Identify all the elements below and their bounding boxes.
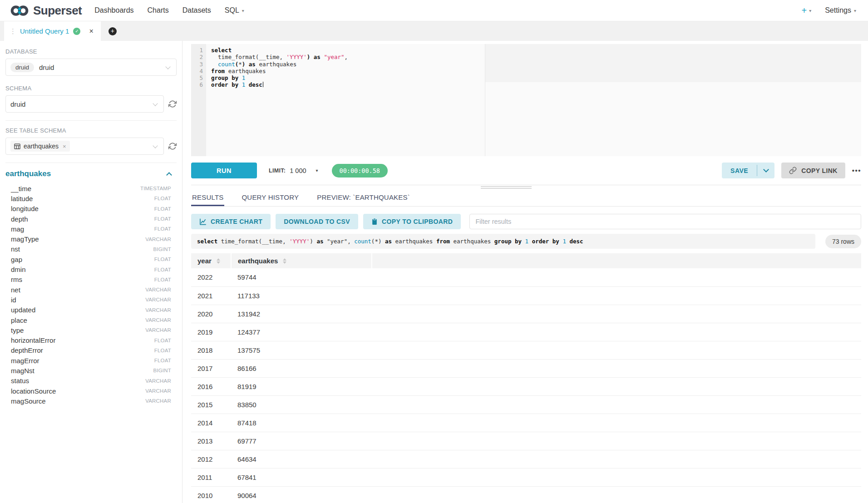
row-filler bbox=[372, 359, 861, 377]
settings-menu[interactable]: Settings ▾ bbox=[825, 6, 856, 15]
selected-table-tag: earthquakes × bbox=[10, 141, 70, 152]
table-row: 201487418 bbox=[191, 414, 861, 432]
results-body: 2022597442021117133202013194220191243772… bbox=[191, 268, 861, 503]
chevron-down-icon bbox=[763, 167, 769, 173]
column-type: FLOAT bbox=[154, 256, 171, 262]
remove-table-icon[interactable]: × bbox=[63, 143, 66, 150]
table-row: 201264634 bbox=[191, 450, 861, 468]
run-query-button[interactable]: RUN bbox=[191, 163, 257, 178]
row-filler bbox=[372, 286, 861, 305]
code-token: earthquakes bbox=[450, 238, 494, 245]
table-schema-header[interactable]: earthquakes bbox=[5, 169, 176, 178]
line-number: 6 bbox=[191, 81, 203, 88]
code-line[interactable]: count(*) as earthquakes bbox=[211, 61, 861, 68]
tab-preview-earthquakes[interactable]: PREVIEW: `EARTHQUAKES` bbox=[316, 189, 411, 206]
refresh-tables-button[interactable] bbox=[168, 142, 177, 150]
table-row: 2021117133 bbox=[191, 286, 861, 305]
sql-workspace: 123456 select time_format(__time, 'YYYY'… bbox=[182, 41, 868, 503]
column-name: magError bbox=[11, 357, 39, 365]
results-column-header[interactable]: year bbox=[191, 253, 231, 268]
query-tab-bar: ⋮ Untitled Query 1 ✓ × + bbox=[0, 21, 868, 41]
results-header-row: yearearthquakes bbox=[191, 253, 861, 268]
copy-clipboard-button[interactable]: COPY TO CLIPBOARD bbox=[363, 214, 461, 229]
nav-item-dashboards[interactable]: Dashboards bbox=[94, 6, 133, 15]
chevron-down-icon: ▾ bbox=[809, 8, 811, 13]
schema-column-row: magNstBIGINT bbox=[5, 365, 177, 375]
line-number: 5 bbox=[191, 74, 203, 81]
schema-column-row: latitudeFLOAT bbox=[5, 193, 177, 203]
code-token: from bbox=[436, 238, 450, 245]
pane-resize-handle[interactable] bbox=[481, 186, 532, 189]
new-menu-button[interactable]: + ▾ bbox=[801, 5, 811, 16]
column-type: VARCHAR bbox=[145, 287, 171, 292]
toolbar-right: SAVE COPY LINK ••• bbox=[722, 163, 861, 178]
table-cell: 2021 bbox=[191, 286, 231, 305]
clipboard-icon bbox=[371, 218, 378, 225]
row-count-badge: 73 rows bbox=[825, 235, 861, 248]
query-tab-active[interactable]: ⋮ Untitled Query 1 ✓ × bbox=[4, 21, 101, 41]
database-select[interactable]: druid druid bbox=[5, 59, 177, 76]
code-line[interactable]: group by 1 bbox=[211, 74, 861, 81]
column-type: FLOAT bbox=[154, 196, 171, 201]
create-chart-button[interactable]: CREATE CHART bbox=[191, 214, 271, 229]
line-number: 4 bbox=[191, 68, 203, 74]
close-tab-icon[interactable]: × bbox=[89, 27, 93, 35]
limit-control[interactable]: LIMIT: 1 000 ▾ bbox=[269, 167, 318, 174]
code-token: , bbox=[345, 54, 348, 60]
editor-gutter: 123456 bbox=[191, 44, 206, 156]
editor-code[interactable]: select time_format(__time, 'YYYY') as "y… bbox=[206, 44, 861, 156]
nav-item-sql[interactable]: SQL ▾ bbox=[225, 6, 244, 15]
schema-select[interactable]: druid bbox=[5, 95, 164, 113]
sql-editor[interactable]: 123456 select time_format(__time, 'YYYY'… bbox=[191, 44, 861, 156]
schema-column-row: rmsFLOAT bbox=[5, 275, 177, 285]
nav-item-charts[interactable]: Charts bbox=[148, 6, 169, 15]
row-filler bbox=[372, 268, 861, 286]
table-cell: 2017 bbox=[191, 359, 231, 377]
copy-link-button[interactable]: COPY LINK bbox=[781, 163, 845, 178]
schema-column-row: idVARCHAR bbox=[5, 295, 177, 305]
download-csv-button[interactable]: DOWNLOAD TO CSV bbox=[276, 214, 358, 229]
column-name: depthError bbox=[11, 346, 43, 354]
table-row: 2019124377 bbox=[191, 323, 861, 341]
results-column-header[interactable]: earthquakes bbox=[231, 253, 372, 268]
filter-results-input[interactable] bbox=[469, 214, 861, 229]
more-actions-button[interactable]: ••• bbox=[852, 167, 861, 174]
code-token: (*) bbox=[371, 238, 385, 245]
code-line[interactable]: time_format(__time, 'YYYY') as "year", bbox=[211, 54, 861, 60]
line-number: 1 bbox=[191, 47, 203, 54]
column-name: magSource bbox=[11, 397, 46, 405]
chevron-up-icon[interactable] bbox=[166, 172, 172, 178]
results-table: yearearthquakes 202259744202111713320201… bbox=[191, 253, 861, 503]
save-button[interactable]: SAVE bbox=[722, 163, 757, 178]
brand-name: Superset bbox=[33, 4, 82, 18]
tab-query-history[interactable]: QUERY HISTORY bbox=[241, 189, 300, 206]
table-cell: 2018 bbox=[191, 341, 231, 359]
column-name: longitude bbox=[11, 205, 39, 212]
table-cell: 124377 bbox=[231, 323, 372, 341]
code-line[interactable]: select bbox=[211, 47, 861, 54]
column-name: magNst bbox=[11, 367, 35, 375]
caret-down-icon[interactable]: ▾ bbox=[316, 168, 318, 173]
pane-resize-divider[interactable] bbox=[191, 185, 861, 189]
sort-icon[interactable] bbox=[283, 258, 286, 264]
drag-handle-icon[interactable]: ⋮ bbox=[10, 27, 16, 35]
code-line[interactable]: from earthquakes bbox=[211, 68, 861, 74]
add-query-tab-button[interactable]: + bbox=[108, 27, 117, 35]
refresh-schemas-button[interactable] bbox=[168, 100, 177, 108]
schema-label: SCHEMA bbox=[5, 85, 177, 92]
table-select[interactable]: earthquakes × bbox=[5, 138, 164, 155]
code-token bbox=[528, 238, 532, 245]
nav-item-datasets[interactable]: Datasets bbox=[182, 6, 211, 15]
superset-logo[interactable]: Superset bbox=[10, 4, 82, 18]
column-name: __time bbox=[11, 185, 31, 192]
table-cell: 117133 bbox=[231, 286, 372, 305]
copy-link-label: COPY LINK bbox=[801, 167, 838, 174]
sort-icon[interactable] bbox=[217, 258, 220, 264]
row-filler bbox=[372, 305, 861, 323]
code-line[interactable]: order by 1 desc bbox=[211, 81, 861, 88]
schema-value: druid bbox=[10, 100, 25, 108]
tab-results[interactable]: RESULTS bbox=[191, 189, 224, 206]
code-token bbox=[245, 81, 249, 88]
code-token: select bbox=[211, 47, 232, 54]
save-options-button[interactable] bbox=[757, 163, 774, 178]
